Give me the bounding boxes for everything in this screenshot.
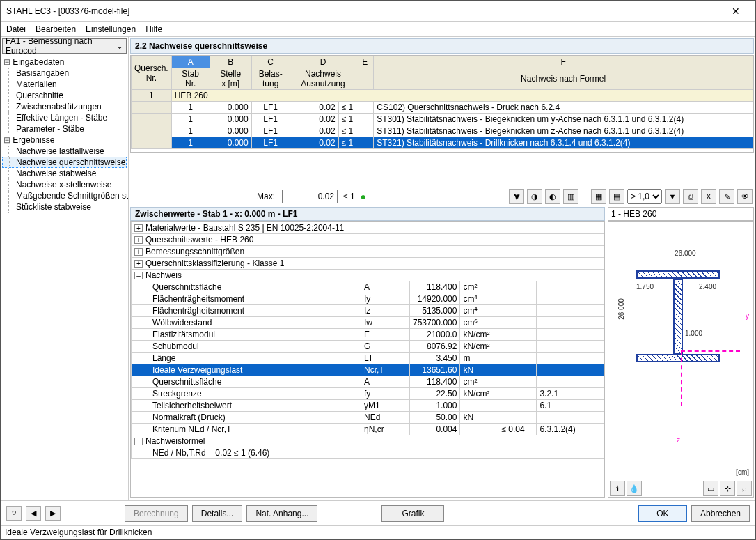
close-icon[interactable]: ✕ [722, 6, 750, 17]
prev-icon[interactable]: ◀ [26, 506, 41, 521]
case-combo[interactable]: FA1 - Bemessung nach Eurocod ⌄ [2, 38, 127, 54]
detail-row[interactable]: Streckgrenzefy22.50kN/cm²3.2.1 [132, 388, 604, 400]
menu-hilfe[interactable]: Hilfe [145, 24, 162, 34]
detail-row[interactable]: QuerschnittsflächeA118.400cm² [132, 376, 604, 388]
col-b[interactable]: B [210, 56, 251, 68]
tool-icon-5[interactable]: ▦ [591, 189, 606, 204]
menu-einstellungen[interactable]: Einstellungen [86, 24, 136, 34]
grid-row-selected[interactable]: 10.000LF10.02≤ 1ST321) Stabilitätsnachwe… [132, 137, 753, 149]
col-d[interactable]: D [290, 56, 356, 68]
excel-icon[interactable]: X [701, 189, 716, 204]
col-a[interactable]: A [171, 56, 210, 68]
details-button[interactable]: Details... [192, 505, 243, 522]
section-icon[interactable]: ▭ [703, 481, 718, 496]
detail-group[interactable]: +Querschnittsklassifizierung - Klasse 1 [132, 258, 604, 270]
detail-group[interactable]: –Nachweisformel [132, 435, 604, 447]
detail-row[interactable]: FlächenträgheitsmomentIz5135.000cm⁴ [132, 305, 604, 317]
menubar: Datei Bearbeiten Einstellungen Hilfe [1, 22, 755, 37]
dim-r: 2.400 [699, 283, 716, 291]
y-label: y [746, 312, 749, 320]
max-input[interactable] [282, 190, 338, 203]
ok-button[interactable]: OK [638, 505, 687, 522]
grid-row[interactable]: 10.000LF10.02≤ 1ST301) Stabilitätsnachwe… [132, 114, 753, 125]
expand-icon[interactable]: + [134, 224, 143, 232]
max-label: Max: [257, 192, 275, 201]
chevron-down-icon: ⌄ [116, 41, 123, 51]
detail-row[interactable]: LängeLT3.450m [132, 353, 604, 364]
detail-table[interactable]: +Materialwerte - Baustahl S 235 | EN 100… [131, 222, 604, 459]
tree-item-xstellen[interactable]: Nachweise x-stellenweise [2, 179, 127, 190]
unit-label: [cm] [736, 468, 749, 476]
tree-item-basisangaben[interactable]: Basisangaben [2, 68, 127, 79]
grid-section-row[interactable]: 1 HEB 260 [132, 90, 753, 102]
tree-item-lastfall[interactable]: Nachweise lastfallweise [2, 146, 127, 157]
tool-icon-2[interactable]: ◑ [527, 189, 542, 204]
tree-group-input[interactable]: Eingabedaten [2, 56, 127, 68]
detail-group[interactable]: –Nachweis [132, 270, 604, 281]
detail-row[interactable]: WölbwiderstandIw753700.000cm⁶ [132, 317, 604, 329]
collapse-icon[interactable]: – [134, 272, 143, 279]
berechnung-button: Berechnung [125, 505, 188, 522]
expand-icon[interactable]: + [134, 236, 143, 244]
detail-row[interactable]: QuerschnittsflächeA118.400cm² [132, 281, 604, 293]
nat-anhang-button[interactable]: Nat. Anhang... [246, 505, 317, 522]
detail-row[interactable]: FlächenträgheitsmomentIy14920.000cm⁴ [132, 293, 604, 305]
expand-icon[interactable]: + [134, 260, 143, 268]
filter-select[interactable]: > 1,0 [627, 189, 662, 204]
info-icon[interactable]: ℹ [610, 481, 625, 496]
dim-width: 26.000 [675, 249, 696, 257]
menu-bearbeiten[interactable]: Bearbeiten [36, 24, 76, 34]
tool-icon-3[interactable]: ◐ [545, 189, 560, 204]
detail-row[interactable]: Normalkraft (Druck)NEd50.00kN [132, 412, 604, 424]
grid-row[interactable]: 10.000LF10.02≤ 1CS102) Querschnittsnachw… [132, 102, 753, 114]
filter-icon[interactable]: ▼ [665, 189, 680, 204]
statusbar: Ideale Verzweigungslast für Drillknicken [1, 525, 755, 539]
section-title: 2.2 Nachweise querschnittsweise [130, 38, 754, 54]
detail-row[interactable]: ElastizitätsmodulE21000.0kN/cm² [132, 329, 604, 341]
grid-row[interactable]: 10.000LF10.02≤ 1ST311) Stabilitätsnachwe… [132, 125, 753, 137]
grafik-button[interactable]: Grafik [381, 505, 444, 522]
detail-row[interactable]: Kriterium NEd / Ncr,TηN,cr0.004≤ 0.046.3… [132, 424, 604, 435]
tree-item-massgeb[interactable]: Maßgebende Schnittgrößen sta [2, 190, 127, 201]
detail-row[interactable]: NEd / Nb,T,Rd = 0.02 ≤ 1 (6.46) [132, 447, 604, 459]
detail-row-selected[interactable]: Ideale VerzweigungslastNcr,T13651.60kN [132, 364, 604, 376]
tool-icon-7[interactable]: ⎙ [683, 189, 698, 204]
tool-icon-8[interactable]: ✎ [719, 189, 734, 204]
menu-datei[interactable]: Datei [6, 24, 26, 34]
abbrechen-button[interactable]: Abbrechen [691, 505, 750, 522]
eye-icon[interactable]: 👁 [737, 189, 753, 204]
detail-row[interactable]: SchubmodulG8076.92kN/cm² [132, 341, 604, 353]
tool-icon-6[interactable]: ▤ [609, 189, 624, 204]
tool-icon-1[interactable]: ⮟ [509, 189, 524, 204]
dim-tw: 1.000 [685, 330, 702, 337]
collapse-icon[interactable]: – [134, 438, 143, 445]
zoom-icon[interactable]: ⌕ [737, 481, 752, 496]
col-e[interactable]: E [356, 56, 374, 68]
expand-icon[interactable]: + [134, 248, 143, 256]
tree-item-zwischen[interactable]: Zwischenabstützungen [2, 101, 127, 112]
detail-row[interactable]: TeilsicherheitsbeiwertγM11.0006.1 [132, 400, 604, 412]
tree-item-querschnitt[interactable]: Nachweise querschnittsweise [2, 157, 127, 168]
detail-group[interactable]: +Materialwerte - Baustahl S 235 | EN 100… [132, 222, 604, 234]
dim-tf: 1.750 [636, 283, 654, 291]
nav-tree: Eingabedaten Basisangaben Materialien Qu… [1, 55, 128, 500]
next-icon[interactable]: ▶ [45, 506, 61, 521]
tool-icon-4[interactable]: ▥ [563, 189, 578, 204]
detail-group[interactable]: +Querschnittswerte - HEB 260 [132, 234, 604, 246]
tree-item-efflaengen[interactable]: Effektive Längen - Stäbe [2, 112, 127, 123]
detail-group[interactable]: +Bemessungsschnittgrößen [132, 246, 604, 258]
col-c[interactable]: C [251, 56, 290, 68]
col-f[interactable]: F [374, 56, 753, 68]
tree-item-stab[interactable]: Nachweise stabweise [2, 168, 127, 179]
col-quersch: Quersch. [134, 63, 168, 73]
results-grid[interactable]: Quersch.Nr. A B C D E F StabNr. Stellex … [131, 56, 753, 149]
drop-icon[interactable]: 💧 [627, 481, 642, 496]
z-label: z [677, 436, 680, 444]
tree-item-parameter[interactable]: Parameter - Stäbe [2, 123, 127, 134]
axes-icon[interactable]: ⊹ [720, 481, 735, 496]
tree-item-materialien[interactable]: Materialien [2, 79, 127, 90]
help-icon[interactable]: ? [6, 506, 22, 521]
tree-item-stueckliste[interactable]: Stückliste stabweise [2, 201, 127, 213]
tree-item-querschnitte[interactable]: Querschnitte [2, 90, 127, 101]
tree-group-results[interactable]: Ergebnisse [2, 134, 127, 146]
